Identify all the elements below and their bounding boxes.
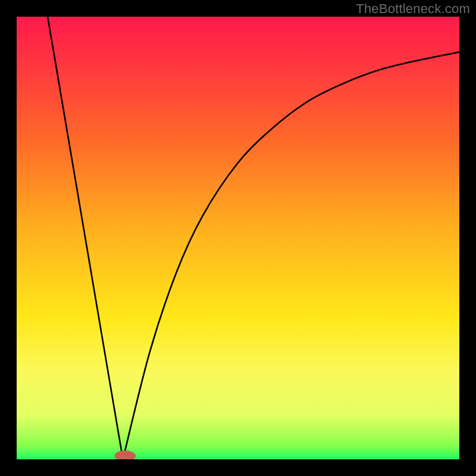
chart-frame: TheBottleneck.com [0,0,476,476]
bottleneck-chart [17,17,459,459]
watermark-label: TheBottleneck.com [356,1,470,17]
chart-background [17,17,459,459]
